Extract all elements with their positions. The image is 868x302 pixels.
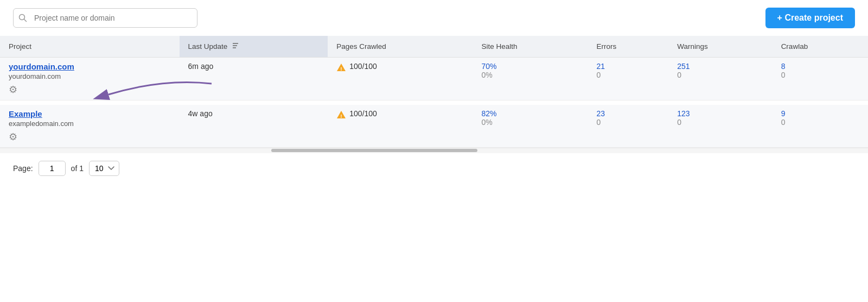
- svg-text:!: !: [341, 66, 342, 72]
- crawlab-main: 8: [781, 62, 859, 71]
- search-icon: [18, 14, 27, 22]
- create-project-button[interactable]: + Create project: [765, 8, 855, 28]
- warning-triangle-icon: !: [336, 63, 346, 73]
- col-site-health: Site Health: [473, 36, 588, 58]
- search-input[interactable]: [13, 8, 197, 28]
- sort-icon: [232, 42, 239, 51]
- errors-cell: 21 0: [588, 58, 669, 100]
- svg-text:!: !: [341, 113, 342, 118]
- table-row: Example exampledomain.com ⚙ 4w ago ! 100…: [0, 105, 868, 148]
- crawlab-main: 9: [781, 109, 859, 118]
- project-name-link[interactable]: Example: [9, 109, 171, 118]
- projects-table: Project Last Update Pages: [0, 36, 868, 148]
- page-label: Page:: [13, 164, 33, 173]
- warnings-cell: 251 0: [668, 58, 772, 100]
- warnings-sub: 0: [677, 71, 763, 79]
- pages-crawled-main: 100/100: [349, 109, 377, 118]
- crawlab-cell: 8 0: [773, 58, 868, 100]
- col-project: Project: [0, 36, 180, 58]
- site-health-sub: 0%: [481, 118, 579, 127]
- svg-line-1: [24, 20, 27, 22]
- warnings-main: 123: [677, 109, 763, 118]
- errors-sub: 0: [597, 71, 660, 79]
- errors-cell: 23 0: [588, 105, 669, 148]
- scrollbar-area: [0, 148, 868, 153]
- pages-crawled-cell: ! 100/100: [328, 105, 473, 148]
- col-pages-crawled: Pages Crawled: [328, 36, 473, 58]
- table-container: Project Last Update Pages: [0, 36, 868, 148]
- errors-main: 21: [597, 62, 660, 71]
- project-cell: yourdomain.com yourdomain.com ⚙: [0, 58, 180, 100]
- site-health-cell: 82% 0%: [473, 105, 588, 148]
- warnings-main: 251: [677, 62, 763, 71]
- site-health-sub: 0%: [481, 71, 579, 79]
- pages-crawled-cell: ! 100/100: [328, 58, 473, 100]
- crawlab-cell: 9 0: [773, 105, 868, 148]
- of-label: of 1: [71, 164, 84, 173]
- per-page-wrapper: 10 25 50: [89, 161, 119, 176]
- pages-crawled-main: 100/100: [349, 62, 377, 71]
- warning-triangle-icon: !: [336, 110, 346, 121]
- gear-icon[interactable]: ⚙: [9, 84, 17, 96]
- last-update-cell: 6m ago: [180, 58, 328, 100]
- col-errors: Errors: [588, 36, 669, 58]
- warnings-sub: 0: [677, 118, 763, 127]
- col-crawlab: Crawlab: [773, 36, 868, 58]
- project-domain: exampledomain.com: [9, 119, 171, 128]
- gear-icon[interactable]: ⚙: [9, 131, 17, 143]
- last-update-cell: 4w ago: [180, 105, 328, 148]
- table-row: yourdomain.com yourdomain.com ⚙ 6m ago !…: [0, 58, 868, 100]
- scrollbar-thumb[interactable]: [271, 149, 477, 152]
- top-bar: + Create project: [0, 0, 868, 36]
- site-health-cell: 70% 0%: [473, 58, 588, 100]
- site-health-main: 82%: [481, 109, 579, 118]
- table-wrapper: Project Last Update Pages: [0, 36, 868, 153]
- project-domain: yourdomain.com: [9, 72, 171, 80]
- project-cell: Example exampledomain.com ⚙: [0, 105, 180, 148]
- site-health-main: 70%: [481, 62, 579, 71]
- pagination: Page: of 1 10 25 50: [0, 153, 868, 184]
- errors-main: 23: [597, 109, 660, 118]
- errors-sub: 0: [597, 118, 660, 127]
- crawlab-sub: 0: [781, 118, 859, 127]
- warnings-cell: 123 0: [668, 105, 772, 148]
- crawlab-sub: 0: [781, 71, 859, 79]
- search-wrapper: [13, 8, 197, 28]
- col-last-update[interactable]: Last Update: [180, 36, 328, 58]
- per-page-select[interactable]: 10 25 50: [89, 161, 119, 176]
- col-warnings: Warnings: [668, 36, 772, 58]
- page-input[interactable]: [39, 161, 66, 176]
- project-name-link[interactable]: yourdomain.com: [9, 62, 171, 71]
